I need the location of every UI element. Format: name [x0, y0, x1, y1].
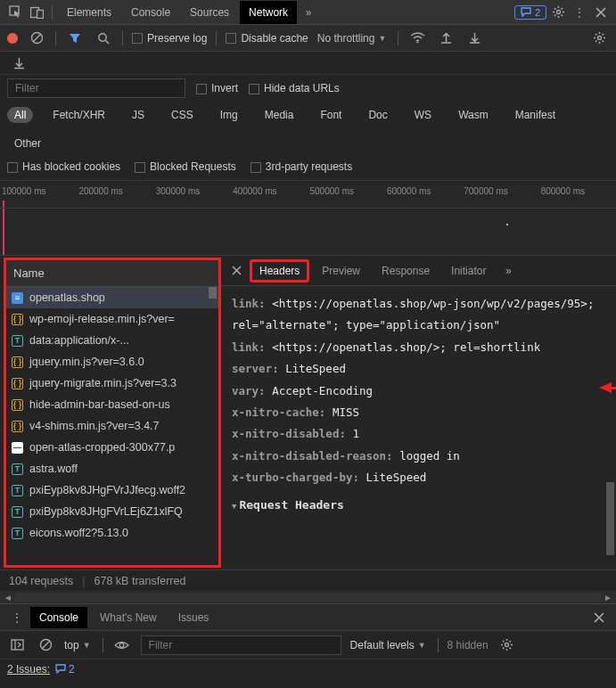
console-sidebar-icon[interactable] [7, 635, 27, 655]
request-row[interactable]: Teicons.woff2?5.13.0 [6, 522, 218, 544]
request-row[interactable]: TpxiByp8kv8JHgFVrLEj6Z1xlFQ [6, 501, 218, 522]
drawer-tab-whatsnew[interactable]: What's New [91, 607, 166, 628]
request-row[interactable]: { }wp-emoji-release.min.js?ver= [6, 308, 218, 330]
drawer-tab-issues[interactable]: Issues [169, 607, 218, 628]
filter-funnel-icon[interactable] [65, 29, 85, 48]
tab-headers[interactable]: Headers [250, 259, 309, 283]
svg-point-8 [416, 42, 418, 44]
request-name: jquery.min.js?ver=3.6.0 [29, 356, 144, 368]
log-levels-select[interactable]: Default levels▼ [350, 639, 429, 651]
settings-gear-icon[interactable] [548, 3, 568, 22]
kebab-menu-icon[interactable]: ⋮ [570, 3, 589, 22]
type-filter-media[interactable]: Media [258, 107, 301, 123]
close-details-icon[interactable] [226, 261, 246, 281]
more-tabs-icon[interactable]: » [299, 3, 318, 22]
drawer-tab-console[interactable]: Console [30, 607, 87, 628]
console-filter-input[interactable] [141, 635, 341, 655]
name-column-header[interactable]: Name [6, 260, 218, 287]
context-select[interactable]: top▼ [64, 639, 94, 651]
type-filter-js[interactable]: JS [125, 107, 152, 123]
type-filter-manifest[interactable]: Manifest [508, 107, 563, 123]
drawer-menu-icon[interactable]: ⋮ [7, 608, 27, 627]
request-name: astra.woff [29, 463, 78, 475]
request-row[interactable]: Tastra.woff [6, 458, 218, 479]
network-settings-icon[interactable] [589, 29, 609, 48]
tab-response[interactable]: Response [373, 260, 439, 282]
more-detail-tabs-icon[interactable]: » [498, 261, 518, 281]
details-scrollbar[interactable] [606, 288, 614, 566]
js-file-icon: { } [12, 421, 23, 432]
details-panel: Headers Preview Response Initiator » lin… [221, 256, 616, 569]
type-filter-doc[interactable]: Doc [361, 107, 394, 123]
tab-preview[interactable]: Preview [313, 260, 369, 282]
request-row[interactable]: { }jquery-migrate.min.js?ver=3.3 [6, 373, 218, 394]
record-button[interactable] [7, 33, 18, 44]
request-row[interactable]: { }v4-shims.min.js?ver=3.4.7 [6, 415, 218, 437]
wifi-icon[interactable] [407, 29, 427, 48]
request-row[interactable]: ≡openatlas.shop [6, 287, 218, 308]
request-headers-section[interactable]: ▼Request Headers [232, 488, 605, 518]
preserve-log-checkbox[interactable]: Preserve log [132, 32, 207, 45]
timeline-tick: 100000 ms [0, 186, 77, 255]
clear-icon[interactable] [27, 29, 46, 48]
issues-badge[interactable]: 2 [55, 663, 75, 676]
type-filter-fetch-xhr[interactable]: Fetch/XHR [45, 107, 112, 123]
request-row[interactable]: —open-atlas-cropped-300x77.p [6, 437, 218, 458]
throttling-select[interactable]: No throttling▼ [317, 32, 390, 45]
disable-cache-checkbox[interactable]: Disable cache [226, 32, 308, 45]
request-row[interactable]: { }hide-admin-bar-based-on-us [6, 394, 218, 415]
request-name: jquery-migrate.min.js?ver=3.3 [29, 377, 177, 389]
requests-count: 104 requests [9, 575, 73, 587]
upload-icon[interactable] [436, 29, 456, 48]
timeline-tick: 800000 ms [539, 186, 616, 255]
tab-console[interactable]: Console [122, 1, 179, 24]
type-filter-other[interactable]: Other [7, 135, 48, 152]
transferred-size: 678 kB transferred [94, 575, 186, 587]
invert-checkbox[interactable]: Invert [196, 82, 238, 94]
search-icon[interactable] [94, 29, 113, 48]
svg-point-9 [597, 37, 601, 40]
message-icon [521, 7, 531, 17]
type-filter-css[interactable]: CSS [164, 107, 201, 123]
dash-file-icon: — [12, 442, 23, 454]
tab-initiator[interactable]: Initiator [442, 260, 495, 282]
request-row[interactable]: { }jquery.min.js?ver=3.6.0 [6, 351, 218, 373]
svg-point-15 [505, 643, 509, 647]
download-icon[interactable] [464, 29, 484, 48]
type-filter-ws[interactable]: WS [407, 107, 439, 123]
timeline-tick: 600000 ms [385, 186, 462, 255]
close-icon[interactable] [591, 3, 611, 22]
drawer-close-icon[interactable] [589, 608, 609, 627]
js-file-icon: { } [12, 399, 23, 411]
type-filter-all[interactable]: All [7, 107, 33, 123]
eye-icon[interactable] [112, 635, 132, 655]
hide-data-urls-checkbox[interactable]: Hide data URLs [249, 82, 340, 94]
tab-elements[interactable]: Elements [58, 1, 120, 24]
svg-point-14 [119, 643, 124, 647]
request-row[interactable]: Tdata:application/x-... [6, 330, 218, 351]
request-name: hide-admin-bar-based-on-us [29, 398, 170, 411]
inspect-icon[interactable] [5, 3, 25, 22]
blocked-cookies-checkbox[interactable]: Has blocked cookies [7, 160, 120, 173]
request-row[interactable]: TpxiEyp8kv8JHgFVrJJfecg.woff2 [6, 479, 218, 501]
console-settings-icon[interactable] [497, 635, 517, 655]
export-har-icon[interactable] [9, 53, 29, 73]
request-name: data:application/x-... [29, 334, 129, 347]
svg-rect-10 [12, 640, 23, 650]
timeline[interactable]: 100000 ms200000 ms300000 ms400000 ms5000… [0, 180, 616, 256]
tab-network[interactable]: Network [240, 1, 297, 24]
scrollbar-thumb[interactable] [209, 287, 217, 299]
blocked-requests-checkbox[interactable]: Blocked Requests [135, 160, 236, 173]
device-icon[interactable] [27, 3, 46, 22]
type-filter-font[interactable]: Font [313, 107, 349, 123]
request-name: wp-emoji-release.min.js?ver= [29, 313, 175, 325]
type-filter-wasm[interactable]: Wasm [451, 107, 496, 123]
type-filter-img[interactable]: Img [213, 107, 245, 123]
filter-input[interactable] [7, 78, 185, 98]
third-party-checkbox[interactable]: 3rd-party requests [251, 160, 352, 173]
messages-badge[interactable]: 2 [514, 5, 546, 20]
horizontal-scrollbar[interactable]: ◄► [0, 591, 616, 603]
issues-label[interactable]: 2 Issues: [7, 663, 50, 676]
console-clear-icon[interactable] [36, 635, 55, 655]
tab-sources[interactable]: Sources [181, 1, 238, 24]
